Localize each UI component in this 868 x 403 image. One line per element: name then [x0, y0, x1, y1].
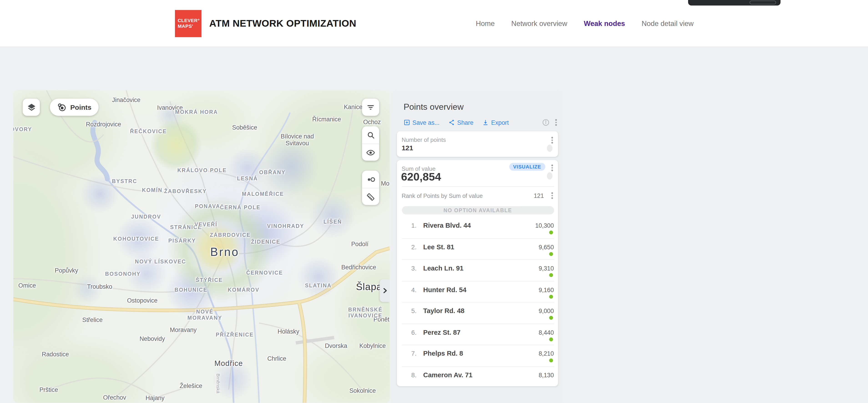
logo-line2: MAPS' [178, 24, 202, 29]
points-button-label: Points [70, 104, 91, 111]
rank-row[interactable]: 4.Hunter Rd. 549,160 [397, 281, 558, 303]
map-tool-group-measure [362, 171, 379, 205]
clevermaps-logo: CLEVER° MAPS' [175, 10, 202, 37]
panel-kebab-menu[interactable] [555, 119, 557, 126]
rank-name: Phelps Rd. 8 [423, 350, 463, 357]
indicator-oval [547, 145, 552, 152]
filter-list-icon [366, 103, 375, 112]
nav-item-weak-nodes[interactable]: Weak nodes [584, 19, 625, 28]
status-dot [549, 337, 553, 341]
chevron-right-icon [382, 288, 388, 294]
visualize-button[interactable]: VISUALIZE [509, 163, 545, 171]
layers-icon [26, 102, 36, 112]
rank-number: 4. [404, 286, 417, 293]
rank-kebab-menu[interactable] [551, 192, 553, 199]
rank-number: 6. [404, 329, 417, 335]
main-nav: HomeNetwork overviewWeak nodesNode detai… [476, 0, 694, 47]
rank-value: 8,440 [539, 329, 554, 335]
rank-value: 9,310 [539, 265, 554, 271]
share-icon [448, 119, 455, 126]
info-icon[interactable] [542, 119, 550, 126]
visibility-button[interactable] [362, 143, 379, 161]
kpi-value-big: 620,854 [401, 171, 441, 183]
no-option-bar: NO OPTION AVAILABLE [402, 206, 554, 214]
status-dot [549, 230, 553, 234]
status-dot [549, 358, 553, 363]
rank-name: Taylor Rd. 48 [423, 307, 464, 315]
indicator-oval [547, 172, 552, 180]
rank-value: 9,000 [539, 308, 554, 314]
rank-row[interactable]: 1.Rivera Blvd. 4410,300 [397, 217, 558, 239]
app-header: CLEVER° MAPS' ATM NETWORK OPTIMIZATION H… [0, 0, 868, 47]
heatmap-overlay [13, 90, 390, 403]
export-label: Export [491, 119, 508, 126]
rank-row[interactable]: 3.Leach Ln. 919,310 [397, 260, 558, 281]
rank-row[interactable]: 7.Phelps Rd. 88,210 [397, 345, 558, 367]
rank-value: 10,300 [535, 222, 554, 229]
rank-name: Lee St. 81 [423, 243, 454, 251]
save-as-icon [404, 119, 410, 126]
eye-icon [366, 148, 375, 157]
rank-row[interactable]: 8.Cameron Av. 718,130 [397, 367, 558, 386]
download-icon [482, 119, 489, 126]
kpi-label: Number of points [402, 136, 446, 143]
rank-list: 1.Rivera Blvd. 4410,3002.Lee St. 819,650… [397, 217, 558, 386]
status-dot [549, 316, 553, 320]
save-as-button[interactable]: Save as... [404, 119, 439, 126]
points-layer-button[interactable]: Points [50, 98, 99, 116]
rank-name: Perez St. 87 [423, 328, 461, 336]
status-dot [549, 294, 553, 298]
panel-collapse-handle[interactable] [380, 279, 390, 302]
rank-row[interactable]: 5.Taylor Rd. 489,000 [397, 303, 558, 324]
panel-header-icons [542, 119, 557, 126]
ruler-icon [366, 192, 375, 201]
nav-item-node-detail-view[interactable]: Node detail view [642, 19, 694, 28]
rank-value: 9,650 [539, 243, 554, 250]
status-dot [549, 252, 553, 256]
rank-name: Cameron Av. 71 [423, 371, 472, 379]
nav-item-home[interactable]: Home [476, 19, 495, 28]
share-button[interactable]: Share [448, 119, 473, 126]
app-window: CLEVER° MAPS' ATM NETWORK OPTIMIZATION H… [0, 0, 868, 403]
search-button[interactable] [362, 126, 379, 143]
map-canvas[interactable]: JinačoviceIvanoviceKaniceŘícmaniceRozdro… [13, 90, 390, 403]
points-cluster-icon [57, 103, 66, 112]
export-button[interactable]: Export [482, 119, 508, 126]
filter-button[interactable] [362, 98, 379, 116]
rank-number: 7. [404, 350, 417, 357]
panel-actions: Save as... Share Export [404, 118, 557, 127]
kpi-value: 121 [402, 144, 413, 152]
rank-row[interactable]: 6.Perez St. 878,440 [397, 324, 558, 345]
rank-count: 121 [534, 192, 544, 199]
rank-row[interactable]: 2.Lee St. 819,650 [397, 239, 558, 260]
number-of-points-card: Number of points 121 [397, 132, 558, 157]
measure-button[interactable] [362, 188, 379, 205]
point-size-button[interactable] [362, 171, 379, 188]
points-overview-panel: Points overview Save as... Share Export [392, 90, 562, 403]
layers-button[interactable] [23, 98, 40, 116]
rank-value: 8,130 [539, 372, 554, 378]
page-title: ATM NETWORK OPTIMIZATION [209, 0, 356, 47]
rank-number: 8. [404, 372, 417, 378]
card-kebab-menu[interactable] [551, 165, 553, 171]
rank-number: 5. [404, 308, 417, 314]
logo-line1: CLEVER° [178, 18, 202, 24]
rank-number: 3. [404, 265, 417, 271]
nav-item-network-overview[interactable]: Network overview [512, 19, 567, 28]
card-divider [402, 186, 554, 187]
save-as-label: Save as... [412, 119, 439, 126]
card-kebab-menu[interactable] [551, 137, 553, 143]
rank-number: 2. [404, 243, 417, 250]
map-tool-group-search [362, 126, 379, 161]
dark-toast-bar [688, 0, 780, 5]
rank-name: Leach Ln. 91 [423, 264, 464, 272]
share-label: Share [457, 119, 473, 126]
search-icon [366, 131, 375, 139]
status-dot [549, 273, 553, 277]
panel-title: Points overview [404, 102, 464, 112]
dark-toast-inner [749, 0, 776, 4]
two-circles-icon [366, 174, 376, 184]
rank-value: 9,160 [539, 286, 554, 293]
sum-of-value-card: Sum of value VISUALIZE 620,854 Rank of P… [397, 160, 558, 386]
rank-section-title: Rank of Points by Sum of value [402, 192, 483, 199]
